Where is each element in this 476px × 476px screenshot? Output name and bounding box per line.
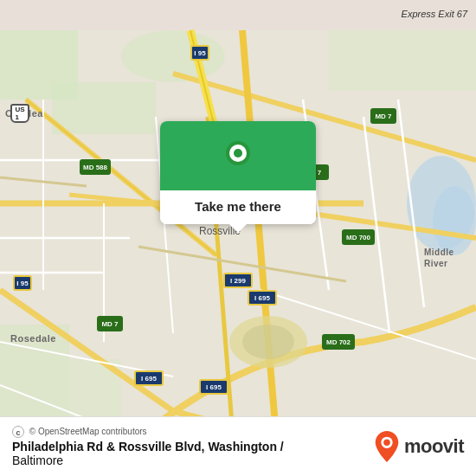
map-container: Express Exit 67 Overlea Rosedale MiddleR… [0,0,476,476]
moovit-logo: moovit [375,431,464,462]
location-subtitle: Baltimore [12,453,284,467]
copyright-label: © OpenStreetMap contributors [29,427,147,436]
badge-i695-2: I 695 [134,370,164,386]
bottom-bar: c © OpenStreetMap contributors Philadelp… [0,416,476,476]
location-info: c © OpenStreetMap contributors Philadelp… [12,426,284,467]
location-title: Philadelphia Rd & Rossville Blvd, Washin… [12,440,284,453]
location-popup[interactable]: Take me there [160,121,316,224]
badge-md700: MD 700 [342,229,375,245]
copyright-text: c © OpenStreetMap contributors [12,426,284,438]
svg-point-41 [383,439,390,446]
badge-i299: I 299 [223,273,253,288]
moovit-pin-icon [375,431,399,462]
location-pin-icon [219,138,257,177]
area-label-middle-river: MiddleRiver [424,247,454,269]
express-exit-label: Express Exit 67 [402,9,467,19]
osm-icon: c [12,426,24,438]
svg-rect-6 [329,30,476,91]
popup-icon-area [160,121,316,190]
badge-i95-left: I 95 [13,275,32,291]
badge-md7-top: MD 7 [370,108,396,124]
svg-rect-4 [52,82,156,134]
moovit-text: moovit [404,435,464,458]
popup-button[interactable]: Take me there [160,190,316,224]
area-label-rosedale: Rosedale [10,333,56,344]
svg-point-2 [433,186,476,255]
badge-i695-1: I 695 [248,290,277,306]
badge-md588: MD 588 [80,159,111,175]
svg-point-39 [234,149,242,158]
svg-point-36 [242,325,294,359]
badge-i95-top: I 95 [190,45,209,61]
badge-md7-bottom: MD 7 [97,316,123,331]
badge-md702: MD 702 [322,334,355,350]
badge-i695-3: I 695 [199,379,228,395]
badge-us1: US1 [10,104,29,123]
